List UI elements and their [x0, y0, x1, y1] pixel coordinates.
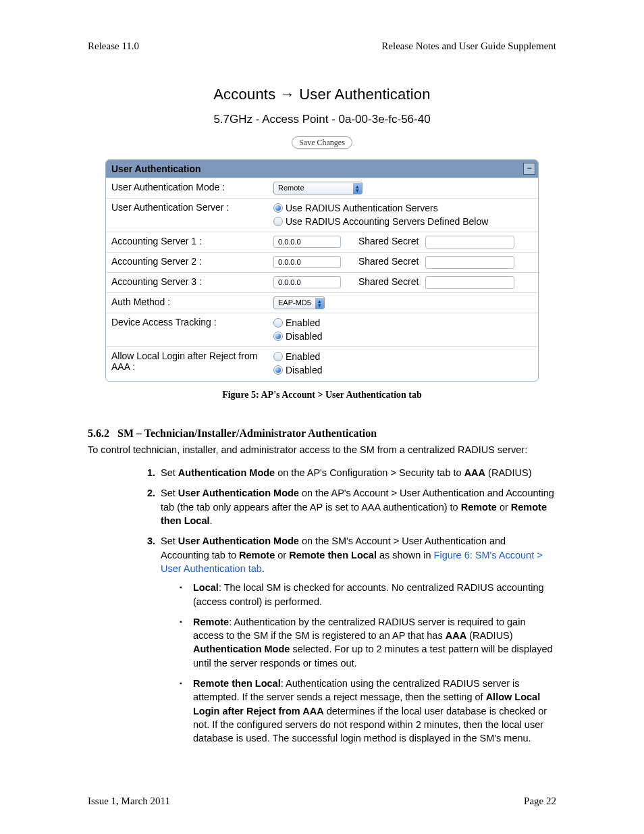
- footer-left: Issue 1, March 2011: [88, 796, 170, 807]
- tracking-enabled-radio[interactable]: [273, 318, 283, 328]
- header-right: Release Notes and User Guide Supplement: [381, 41, 556, 52]
- acct3-ip-input[interactable]: 0.0.0.0: [273, 276, 341, 288]
- radio-radius-acct[interactable]: [273, 217, 283, 226]
- allow-local-label: Allow Local Login after Reject from AAA …: [111, 350, 273, 372]
- radio-radius-auth-label: Use RADIUS Authentication Servers: [286, 203, 438, 213]
- bullet-local: Local: The local SM is checked for accou…: [180, 581, 556, 608]
- acct1-secret-input[interactable]: [425, 236, 514, 249]
- save-changes-button[interactable]: Save Changes: [292, 136, 352, 149]
- radio-radius-acct-label: Use RADIUS Accounting Servers Defined Be…: [286, 216, 488, 227]
- acct1-label: Accounting Server 1 :: [111, 236, 273, 246]
- acct1-ip-input[interactable]: 0.0.0.0: [273, 236, 341, 248]
- arrow-right-icon: →: [280, 86, 300, 103]
- fig-title-left: Accounts: [213, 86, 275, 103]
- mode-select[interactable]: Remote ▴▾: [273, 182, 363, 194]
- dropdown-arrows-icon: ▴▾: [353, 183, 362, 194]
- figure-caption: Figure 5: AP's Account > User Authentica…: [88, 390, 556, 400]
- acct2-ip-input[interactable]: 0.0.0.0: [273, 256, 341, 268]
- section-intro: To control technician, installer, and ad…: [88, 444, 556, 457]
- fig-title-right: User Authentication: [299, 86, 431, 103]
- figure-screenshot: Accounts → User Authentication 5.7GHz - …: [88, 86, 556, 400]
- step-1: Set Authentication Mode on the AP's Conf…: [158, 466, 556, 479]
- tracking-label: Device Access Tracking :: [111, 317, 273, 328]
- section-title: SM – Technician/Installer/Administrator …: [117, 427, 377, 439]
- acct3-secret-label: Shared Secret: [358, 276, 419, 287]
- allow-disabled-radio[interactable]: [273, 365, 283, 375]
- tracking-disabled-radio[interactable]: [273, 332, 283, 341]
- header-left: Release 11.0: [88, 41, 139, 52]
- step-3: Set User Authentication Mode on the SM's…: [158, 534, 556, 745]
- acct2-secret-input[interactable]: [425, 256, 514, 269]
- acct3-label: Accounting Server 3 :: [111, 276, 273, 287]
- footer-right: Page 22: [524, 796, 556, 807]
- collapse-icon[interactable]: −: [523, 163, 535, 175]
- acct2-secret-label: Shared Secret: [358, 256, 419, 267]
- auth-method-label: Auth Method :: [111, 296, 273, 307]
- allow-enabled-radio[interactable]: [273, 352, 283, 361]
- panel-title: User Authentication: [111, 163, 201, 174]
- radio-radius-auth[interactable]: [273, 203, 283, 213]
- dropdown-arrows-icon: ▴▾: [315, 298, 324, 309]
- acct2-label: Accounting Server 2 :: [111, 256, 273, 267]
- fig-subtitle: 5.7GHz - Access Point - 0a-00-3e-fc-56-4…: [88, 113, 556, 126]
- auth-method-select[interactable]: EAP-MD5 ▴▾: [273, 296, 325, 309]
- step-2: Set User Authentication Mode on the AP's…: [158, 486, 556, 527]
- bullet-remote: Remote: Authentication by the centralize…: [180, 615, 556, 670]
- bullet-remote-then-local: Remote then Local: Authentication using …: [180, 677, 556, 745]
- server-label: User Authentication Server :: [111, 202, 273, 213]
- steps-list: Set Authentication Mode on the AP's Conf…: [142, 466, 556, 745]
- acct3-secret-input[interactable]: [425, 276, 514, 289]
- user-authentication-panel: User Authentication − User Authenticatio…: [105, 159, 539, 382]
- section-number: 5.6.2: [88, 427, 109, 440]
- mode-label: User Authentication Mode :: [111, 182, 273, 192]
- acct1-secret-label: Shared Secret: [358, 236, 419, 246]
